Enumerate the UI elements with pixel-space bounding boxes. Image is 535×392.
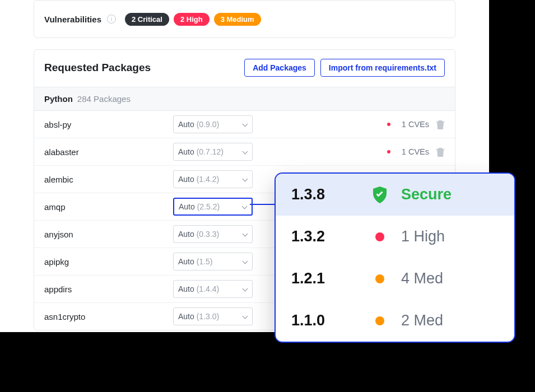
version-select[interactable]: Auto (1.5) <box>173 253 253 270</box>
badge-critical[interactable]: 2 Critical <box>125 13 169 26</box>
version-number: (1.4.4) <box>197 284 219 293</box>
info-icon[interactable]: i <box>107 15 116 24</box>
version-select[interactable]: Auto (1.4.4) <box>173 280 253 298</box>
version-auto-label: Auto <box>179 202 197 211</box>
package-name: alembic <box>44 175 173 184</box>
package-name: asn1crypto <box>44 312 173 321</box>
version-number: (1.5) <box>197 257 213 266</box>
chevron-down-icon <box>242 176 248 182</box>
version-select[interactable]: Auto (1.3.0) <box>173 307 253 325</box>
option-version: 1.3.8 <box>291 186 359 203</box>
version-number: (1.4.2) <box>197 175 219 184</box>
version-select[interactable]: Auto (0.7.12) <box>173 143 253 161</box>
package-name: apipkg <box>44 257 173 267</box>
severity-dot-icon <box>372 316 388 325</box>
option-version: 1.3.2 <box>291 228 359 245</box>
chevron-down-icon <box>242 122 248 127</box>
cve-count: 1 CVEs <box>402 147 429 156</box>
package-name: alabaster <box>44 147 173 157</box>
cve-count: 1 CVEs <box>402 120 429 129</box>
version-number: (0.7.12) <box>197 147 224 156</box>
cve-indicator[interactable]: 1 CVEs <box>387 120 436 129</box>
option-version: 1.1.0 <box>291 312 359 329</box>
severity-dot-icon <box>372 232 388 241</box>
badge-medium[interactable]: 3 Medium <box>214 13 261 26</box>
version-select[interactable]: Auto (0.9.0) <box>173 115 253 133</box>
chevron-down-icon <box>242 149 248 155</box>
version-auto-label: Auto <box>178 175 197 184</box>
version-option[interactable]: 1.2.14 Med <box>276 258 514 300</box>
package-name: appdirs <box>44 284 173 294</box>
cve-dot-icon <box>387 123 390 126</box>
shield-check-icon <box>372 186 388 203</box>
version-number: (1.3.0) <box>197 312 219 321</box>
packages-actions: Add Packages Import from requirements.tx… <box>244 59 445 77</box>
option-status-label: 1 High <box>401 228 445 245</box>
language-summary: Python 284 Packages <box>34 87 455 111</box>
language-name: Python <box>44 94 73 104</box>
cve-dot-icon <box>387 150 390 153</box>
option-status-label: 4 Med <box>401 270 443 287</box>
chevron-down-icon <box>242 259 248 264</box>
version-select[interactable]: Auto (0.3.3) <box>173 225 253 243</box>
import-requirements-button[interactable]: Import from requirements.txt <box>320 59 445 77</box>
version-popover: 1.3.8Secure1.3.21 High1.2.14 Med1.1.02 M… <box>275 172 515 343</box>
option-status-label: 2 Med <box>401 312 443 329</box>
version-option[interactable]: 1.3.21 High <box>276 216 514 258</box>
popover-connector <box>250 204 275 205</box>
add-packages-button[interactable]: Add Packages <box>244 59 315 77</box>
chevron-down-icon <box>242 286 248 292</box>
cve-indicator[interactable]: 1 CVEs <box>387 147 436 156</box>
package-count: 284 Packages <box>77 94 131 104</box>
version-select[interactable]: Auto (2.5.2) <box>173 198 253 216</box>
chevron-down-icon <box>241 204 247 209</box>
version-select[interactable]: Auto (1.4.2) <box>173 170 253 188</box>
version-auto-label: Auto <box>178 147 197 156</box>
option-status-label: Secure <box>401 186 452 203</box>
severity-dot-icon <box>372 274 388 283</box>
chevron-down-icon <box>242 231 248 237</box>
version-number: (0.9.0) <box>197 120 219 129</box>
option-version: 1.2.1 <box>291 270 359 287</box>
packages-header: Requested Packages Add Packages Import f… <box>34 50 455 87</box>
version-auto-label: Auto <box>178 230 197 239</box>
version-auto-label: Auto <box>178 284 197 293</box>
package-name: absl-py <box>44 120 173 129</box>
delete-icon[interactable] <box>436 119 445 129</box>
version-option[interactable]: 1.1.02 Med <box>276 300 514 342</box>
version-number: (2.5.2) <box>197 202 220 211</box>
version-auto-label: Auto <box>178 120 197 129</box>
packages-title: Requested Packages <box>44 62 151 74</box>
vulnerabilities-bar: Vulnerabilities i 2 Critical 2 High 3 Me… <box>34 0 455 38</box>
version-auto-label: Auto <box>178 312 197 321</box>
version-option[interactable]: 1.3.8Secure <box>276 174 514 216</box>
vulnerabilities-title: Vulnerabilities <box>44 15 101 24</box>
chevron-down-icon <box>242 314 248 319</box>
badge-high[interactable]: 2 High <box>174 13 210 26</box>
version-number: (0.3.3) <box>197 230 219 239</box>
package-name: anyjson <box>44 230 173 239</box>
version-auto-label: Auto <box>178 257 197 266</box>
package-name: amqp <box>44 202 173 212</box>
delete-icon[interactable] <box>436 147 445 157</box>
package-row: absl-pyAuto (0.9.0)1 CVEs <box>34 111 455 138</box>
package-row: alabasterAuto (0.7.12)1 CVEs <box>34 138 455 166</box>
